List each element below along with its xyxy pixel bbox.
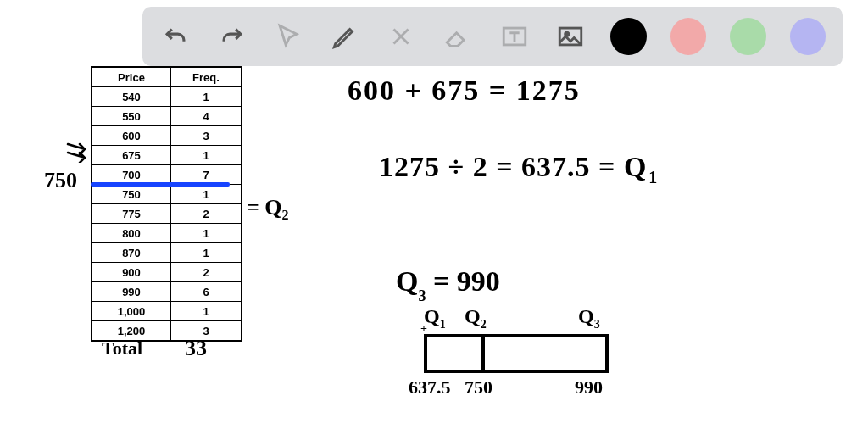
table-row: 7752 [92,204,242,224]
image-button[interactable] [554,20,587,53]
boxplot-median-line [481,334,485,370]
toolbar [142,7,843,66]
table-row: 9906 [92,282,242,302]
boxplot-v3: 990 [575,376,603,398]
boxplot-v1: 637.5 [409,376,451,398]
boxplot-box [424,334,609,373]
pencil-button[interactable] [329,20,362,53]
annotation-divide: 1275 ÷ 2 = 637.5 = Q1 [363,119,658,187]
table-row: 8001 [92,224,242,243]
table-row: 8701 [92,243,242,263]
table-header-price: Price [92,68,171,87]
color-swatch-red[interactable] [670,18,706,55]
table-row: 5401 [92,87,242,107]
table-row: 9002 [92,263,242,282]
annotation-sum: 600 + 675 = 1275 [348,75,581,107]
color-swatch-black[interactable] [610,18,646,55]
blue-median-line [91,182,230,187]
boxplot-q2-label: Q2 [465,305,487,332]
undo-button[interactable] [159,20,192,53]
table-row: 5504 [92,107,242,126]
table-body: 5401 5504 6003 6751 7007 7501 7752 8001 … [92,87,242,341]
boxplot-q3-label: Q3 [578,305,600,332]
box-plot: Q1 Q2 Q3 637.5 750 990 + [415,305,653,415]
table-row: 1,0001 [92,302,242,321]
plus-tick-icon: + [420,322,427,336]
total-value: 33 [185,336,207,361]
boxplot-v2: 750 [465,376,492,398]
table-row: 7501 [92,185,242,204]
total-label: Total [102,337,142,359]
annotation-q3: Q3 = 990 [381,233,500,302]
redo-button[interactable] [216,20,249,53]
color-swatch-purple[interactable] [790,18,826,55]
frequency-table: Price Freq. 5401 5504 6003 6751 7007 750… [91,66,242,342]
table-header-freq: Freq. [171,68,242,87]
table-row: 6003 [92,126,242,146]
textbox-button[interactable] [498,20,531,53]
tools-button[interactable] [385,20,418,53]
arrow-icon [66,137,92,163]
color-swatch-green[interactable] [730,18,765,55]
annotation-eq-q2: = Q2 [236,170,289,223]
pointer-button[interactable] [272,20,305,53]
annotation-750: 750 [44,168,77,193]
table-row: 6751 [92,146,242,165]
eraser-button[interactable] [442,20,475,53]
